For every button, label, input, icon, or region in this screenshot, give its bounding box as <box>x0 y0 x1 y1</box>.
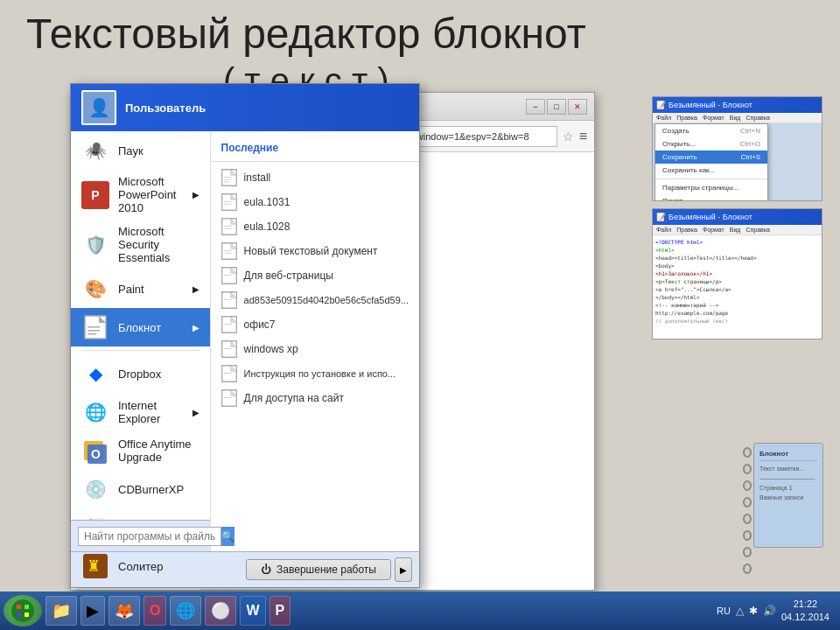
doc-icon <box>221 316 237 333</box>
svg-rect-18 <box>223 204 231 205</box>
recent-item-label: офис7 <box>244 318 276 331</box>
taskbar-item-unknown[interactable]: ⚪ <box>205 596 236 626</box>
start-button[interactable] <box>4 595 42 626</box>
bookmark-icon[interactable]: ☆ <box>563 130 574 144</box>
menu-item-solitaire[interactable]: ♜ Солитер <box>71 547 210 585</box>
clock[interactable]: 21:22 04.12.2014 <box>781 598 830 625</box>
recent-item-access[interactable]: Для доступа на сайт <box>211 386 419 410</box>
arrow-icon: ▶ <box>192 323 200 332</box>
svg-point-45 <box>11 599 34 622</box>
clock-date: 04.12.2014 <box>781 611 830 624</box>
menu-item-label: Dropbox <box>118 368 161 381</box>
doc-icon <box>221 242 237 260</box>
svg-rect-38 <box>223 348 231 349</box>
ie-icon: 🌐 <box>81 398 109 426</box>
close-button[interactable]: ✕ <box>568 99 587 115</box>
recent-item-label: Инструкция по установке и испо... <box>244 368 396 379</box>
menu-item-cdburner[interactable]: 💿 CDBurnerXP <box>71 470 210 508</box>
start-menu-left: 🕷️ Паук P Microsoft PowerPoint 2010 ▶ 🛡️… <box>71 131 211 551</box>
doc-icon <box>221 218 237 235</box>
doc-icon <box>221 267 237 284</box>
recent-item-eula1028[interactable]: eula.1028 <box>211 214 419 239</box>
shutdown-options-button[interactable]: ▶ <box>395 557 412 582</box>
svg-rect-29 <box>223 275 231 276</box>
svg-rect-21 <box>223 226 231 227</box>
thumb-menubar-2: ФайлПравкаФорматВидСправка <box>653 225 822 235</box>
arrow-icon: ▶ <box>192 190 200 200</box>
taskbar-item-chrome[interactable]: 🌐 <box>170 596 201 626</box>
menu-item-spider[interactable]: 🕷️ Паук <box>71 131 210 170</box>
menu-item-powerpoint[interactable]: P Microsoft PowerPoint 2010 ▶ <box>71 170 210 220</box>
shutdown-button[interactable]: ⏻ Завершение работы <box>246 559 391 580</box>
recent-item-label: windows xp <box>244 343 298 355</box>
svg-rect-13 <box>223 179 231 180</box>
svg-rect-12 <box>223 177 231 178</box>
minimize-button[interactable]: − <box>526 99 545 115</box>
network-icon: △ <box>736 605 744 617</box>
search-button[interactable]: 🔍 <box>221 527 234 546</box>
arrow-icon: ▶ <box>192 408 200 417</box>
svg-rect-46 <box>17 605 21 609</box>
window-controls: − □ ✕ <box>526 99 587 115</box>
svg-rect-44 <box>223 397 231 398</box>
svg-rect-35 <box>223 324 231 325</box>
recent-item-label: Новый текстовый документ <box>244 245 378 257</box>
menu-item-paint[interactable]: 🎨 Paint ▶ <box>71 270 210 308</box>
start-search-area: 🔍 <box>71 520 210 551</box>
recent-item-instruction[interactable]: Инструкция по установке и испо... <box>211 361 419 386</box>
menu-item-dropbox[interactable]: ◆ Dropbox <box>71 354 210 393</box>
svg-rect-17 <box>223 201 231 202</box>
speaker-icon[interactable]: 🔊 <box>763 605 776 617</box>
menu-item-ie[interactable]: 🌐 Internet Explorer ▶ <box>71 393 210 431</box>
lang-indicator[interactable]: RU <box>717 606 731 616</box>
start-menu-body: 🕷️ Паук P Microsoft PowerPoint 2010 ▶ 🛡️… <box>71 131 419 551</box>
browser-menu-icon[interactable]: ≡ <box>579 129 587 144</box>
powerpoint-icon: P <box>81 181 109 209</box>
taskbar-item-media[interactable]: ▶ <box>80 596 105 626</box>
office-upgrade-icon: O <box>81 437 109 465</box>
arrow-icon: ▶ <box>192 284 200 294</box>
thumb-titlebar-2: 📝 Безымянный - Блокнот <box>653 209 822 225</box>
taskbar-item-explorer[interactable]: 📁 <box>46 596 77 626</box>
menu-item-label: Paint <box>118 283 144 296</box>
recent-item-install[interactable]: install <box>211 165 419 190</box>
menu-separator <box>81 350 200 351</box>
svg-rect-2 <box>88 326 100 328</box>
menu-item-security[interactable]: 🛡️ Microsoft Security Essentials <box>71 220 210 270</box>
svg-rect-22 <box>223 228 231 229</box>
menu-item-notepad[interactable]: Блокнот ▶ <box>71 308 210 346</box>
recent-item-web[interactable]: Для веб-страницы <box>211 263 419 288</box>
menu-item-label: CDBurnerXP <box>118 483 184 496</box>
thumb-title-2: Безымянный - Блокнот <box>668 213 752 221</box>
svg-rect-25 <box>223 250 231 251</box>
shutdown-label: Завершение работы <box>276 564 376 576</box>
svg-rect-14 <box>223 182 228 183</box>
recent-item-eula1031[interactable]: eula.1031 <box>211 190 419 214</box>
clock-time: 21:22 <box>781 598 830 611</box>
taskbar-item-word[interactable]: W <box>240 596 265 626</box>
taskbar-item-firefox[interactable]: 🦊 <box>108 596 140 626</box>
menu-item-office-upgrade[interactable]: O Office Anytime Upgrade <box>71 431 210 470</box>
thumb-titlebar-1: 📝 Безымянный - Блокнот <box>653 97 822 113</box>
menu-item-label: Office Anytime Upgrade <box>118 438 200 464</box>
search-input[interactable] <box>78 527 221 546</box>
recent-item-label: eula.1028 <box>244 220 290 233</box>
svg-rect-3 <box>88 330 100 332</box>
notepad-thumb-1: 📝 Безымянный - Блокнот Файл Правка Форма… <box>652 96 822 201</box>
maximize-button[interactable]: □ <box>547 99 566 115</box>
recent-item-hash[interactable]: ad853e50915d4042b0e56c5cfa5d59... <box>211 288 419 312</box>
svg-rect-32 <box>223 299 231 300</box>
taskbar-item-opera[interactable]: O <box>144 596 166 626</box>
menu-separator-2 <box>81 589 200 590</box>
spider-icon: 🕷️ <box>81 136 109 164</box>
taskbar-item-powerpoint-tray[interactable]: P <box>270 596 291 626</box>
right-thumbnails: 📝 Безымянный - Блокнот Файл Правка Форма… <box>652 96 822 340</box>
recent-item-winxp[interactable]: windows xp <box>211 337 419 361</box>
doc-icon <box>221 193 237 211</box>
recent-item-label: Для веб-страницы <box>244 270 333 282</box>
recent-item-office7[interactable]: офис7 <box>211 312 419 337</box>
recent-item-new-text[interactable]: Новый текстовый документ <box>211 239 419 263</box>
start-menu-header: 👤 Пользователь <box>71 84 419 131</box>
title-line1: Текстовый редактор блокнот <box>26 9 586 60</box>
doc-icon <box>221 169 237 186</box>
